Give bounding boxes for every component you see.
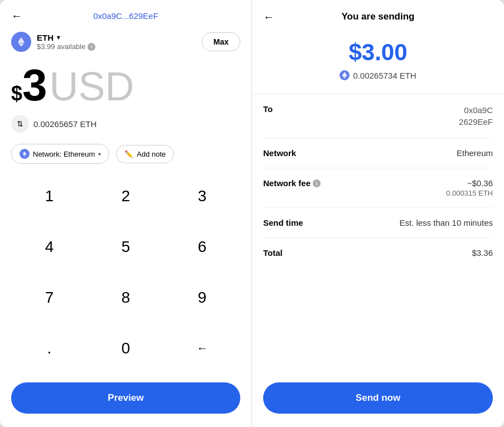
key-3[interactable]: 3: [164, 171, 240, 221]
token-name[interactable]: ETH ▾: [37, 33, 95, 42]
fee-row: Network fee i ~$0.36 0.000315 ETH: [263, 168, 493, 208]
fee-info-icon[interactable]: i: [313, 179, 321, 187]
dollar-sign: $: [11, 84, 22, 104]
token-row: ETH ▾ $3.99 available i Max: [0, 26, 251, 57]
eth-sending-icon: [340, 70, 350, 80]
amount-currency: USD: [50, 66, 134, 106]
send-btn-container: Send now: [252, 373, 504, 427]
back-button-right[interactable]: ←: [263, 11, 274, 23]
eth-network-icon: [20, 149, 30, 159]
key-8[interactable]: 8: [88, 272, 164, 323]
preview-button[interactable]: Preview: [11, 382, 240, 414]
max-button[interactable]: Max: [202, 32, 240, 51]
fee-eth-value: 0.000315 ETH: [446, 189, 493, 197]
swap-icon[interactable]: ⇅: [11, 115, 29, 133]
to-address-line1: 0x0a9C: [459, 104, 493, 116]
send-time-label: Send time: [263, 218, 303, 227]
add-note-label: Add note: [137, 150, 166, 158]
network-label: Network: Ethereum: [33, 150, 95, 158]
network-detail-value: Ethereum: [457, 148, 493, 158]
fee-usd-value: ~$0.36: [446, 178, 493, 188]
network-button[interactable]: Network: Ethereum ▾: [11, 144, 109, 164]
key-7[interactable]: 7: [11, 272, 88, 323]
key-0[interactable]: 0: [88, 323, 164, 373]
sending-eth-row: 0.00265734 ETH: [340, 70, 416, 80]
left-header: ← 0x0a9C...629EeF: [0, 0, 251, 26]
eth-equivalent-row: ⇅ 0.00265657 ETH: [0, 110, 251, 137]
left-panel: ← 0x0a9C...629EeF ETH ▾ $3.: [0, 0, 252, 427]
page-title: You are sending: [342, 11, 415, 22]
total-label: Total: [263, 248, 283, 258]
fee-label: Network fee i: [263, 178, 321, 188]
to-address-value: 0x0a9C 2629EeF: [459, 104, 493, 128]
key-6[interactable]: 6: [164, 221, 240, 272]
network-chevron-icon: ▾: [98, 151, 101, 157]
eth-amount-text: 0.00265657 ETH: [33, 119, 96, 129]
key-backspace[interactable]: ←: [164, 323, 240, 373]
total-value: $3.36: [472, 248, 493, 258]
detail-rows: To 0x0a9C 2629EeF Network Ethereum Netwo…: [252, 94, 504, 373]
to-label: To: [263, 104, 273, 114]
token-details: ETH ▾ $3.99 available i: [37, 33, 95, 51]
add-note-button[interactable]: ✏️ Add note: [116, 145, 174, 163]
right-header: ← You are sending: [252, 0, 504, 28]
available-info-icon[interactable]: i: [88, 43, 95, 51]
network-row: Network Ethereum: [263, 138, 493, 168]
token-available: $3.99 available i: [37, 42, 95, 51]
keypad: 1 2 3 4 5 6 7 8 9 . 0 ←: [0, 171, 251, 373]
send-time-row: Send time Est. less than 10 minutes: [263, 208, 493, 238]
to-address-line2: 2629EeF: [459, 116, 493, 128]
token-info: ETH ▾ $3.99 available i: [11, 32, 95, 52]
token-dropdown-icon: ▾: [57, 34, 60, 41]
key-4[interactable]: 4: [11, 221, 88, 272]
amount-display: $ 3 USD: [0, 57, 251, 110]
key-5[interactable]: 5: [88, 221, 164, 272]
options-row: Network: Ethereum ▾ ✏️ Add note: [0, 137, 251, 171]
send-now-button[interactable]: Send now: [263, 382, 493, 414]
key-dot[interactable]: .: [11, 323, 88, 373]
sending-usd-amount: $3.00: [348, 39, 407, 66]
wallet-address: 0x0a9C...629EeF: [93, 11, 158, 21]
amount-number: 3: [22, 63, 47, 108]
total-row: Total $3.36: [263, 238, 493, 268]
pencil-icon: ✏️: [124, 150, 133, 158]
back-button-left[interactable]: ←: [11, 9, 22, 22]
network-detail-label: Network: [263, 148, 296, 158]
key-9[interactable]: 9: [164, 272, 240, 323]
sending-amount-section: $3.00 0.00265734 ETH: [252, 28, 504, 94]
send-time-value: Est. less than 10 minutes: [399, 218, 493, 227]
sending-eth-amount: 0.00265734 ETH: [353, 71, 416, 80]
right-panel: ← You are sending $3.00 0.00265734 ETH T…: [252, 0, 504, 427]
preview-btn-container: Preview: [0, 373, 251, 427]
to-row: To 0x0a9C 2629EeF: [263, 94, 493, 138]
eth-logo-icon: [11, 32, 31, 52]
key-2[interactable]: 2: [88, 171, 164, 221]
key-1[interactable]: 1: [11, 171, 88, 221]
fee-value-group: ~$0.36 0.000315 ETH: [446, 178, 493, 197]
